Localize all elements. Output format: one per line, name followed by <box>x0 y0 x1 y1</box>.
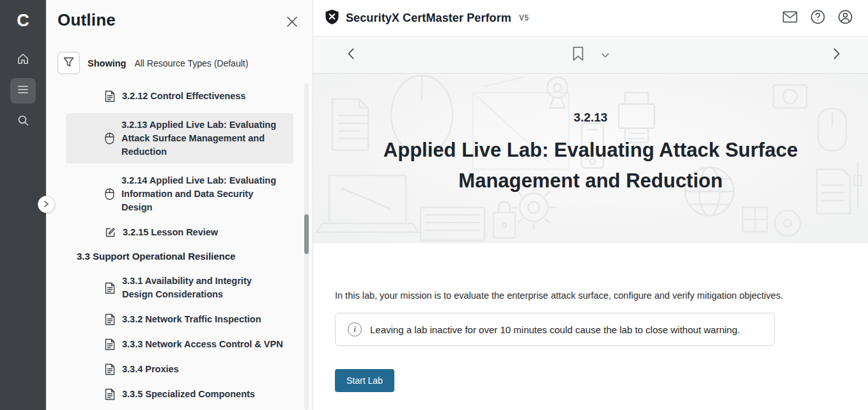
outline-scrollbar-thumb[interactable] <box>304 214 309 254</box>
outline-item[interactable]: 3.2.15 Lesson Review <box>66 225 293 240</box>
envelope-icon <box>782 11 798 26</box>
chevron-right-icon <box>43 199 49 210</box>
close-icon <box>286 19 298 30</box>
start-lab-button[interactable]: Start Lab <box>335 369 394 392</box>
document-icon <box>105 388 115 400</box>
lesson-title: Applied Live Lab: Evaluating Attack Surf… <box>364 135 818 196</box>
document-icon <box>105 90 115 102</box>
bookmark-menu-button[interactable] <box>601 49 610 61</box>
panel-expand-toggle[interactable] <box>38 196 55 213</box>
hamburger-menu-icon <box>17 84 29 97</box>
info-icon: i <box>348 322 362 336</box>
outline-item[interactable]: 3.3.2 Network Traffic Inspection <box>66 311 293 327</box>
lesson-banner: 3.2.13 Applied Live Lab: Evaluating Atta… <box>313 74 868 243</box>
chevron-down-icon <box>601 49 610 61</box>
product-version-badge: V5 <box>519 13 529 22</box>
product-title: SecurityX CertMaster Perform <box>346 12 511 25</box>
filter-funnel-icon <box>63 57 74 70</box>
filter-value-label: All Resource Types (Default) <box>134 58 248 68</box>
lesson-number: 3.2.13 <box>313 111 868 125</box>
outline-item[interactable]: 3.3.3 Network Access Control & VPN <box>66 336 293 352</box>
outline-panel-title: Outline <box>58 10 300 30</box>
question-circle-icon <box>810 10 825 27</box>
chevron-right-icon <box>833 47 841 63</box>
mouse-icon <box>105 132 114 145</box>
filter-button[interactable] <box>58 52 80 74</box>
outline-item[interactable]: 3.3.4 Proxies <box>66 361 293 377</box>
main-header: SecurityX CertMaster Perform V5 <box>313 0 868 36</box>
document-icon <box>105 363 115 375</box>
securityx-shield-icon <box>325 9 339 28</box>
outline-item[interactable]: 3.2.13 Applied Live Lab: Evaluating Atta… <box>66 113 293 164</box>
search-button[interactable] <box>10 109 36 134</box>
outline-panel: Outline Showing All Resource Types (Defa… <box>46 0 313 410</box>
home-button[interactable] <box>10 47 36 73</box>
document-icon <box>105 338 115 351</box>
app-window: C Outline Showing <box>0 0 868 410</box>
search-icon <box>17 114 29 129</box>
pencil-icon <box>105 227 116 238</box>
inactivity-notice-text: Leaving a lab inactive for over 10 minut… <box>370 324 740 335</box>
outline-menu-button[interactable] <box>10 78 36 104</box>
lesson-content: In this lab, your mission is to evaluate… <box>313 243 868 392</box>
outline-section-header[interactable]: 3.3 Support Operational Resilience <box>77 249 293 263</box>
bookmark-button[interactable] <box>572 46 584 64</box>
document-icon <box>105 313 115 326</box>
next-page-button[interactable] <box>827 45 846 65</box>
bookmark-icon <box>572 46 584 64</box>
mouse-icon <box>105 188 114 200</box>
outline-list: 3.2.12 Control Effectiveness 3.2.13 Appl… <box>46 88 313 410</box>
lesson-toolbar <box>313 36 868 74</box>
outline-item[interactable]: 3.3.5 Specialized Components <box>66 386 293 402</box>
outline-item[interactable]: 3.3.1 Availability and Integrity Design … <box>66 273 293 303</box>
inactivity-notice: i Leaving a lab inactive for over 10 min… <box>335 313 775 346</box>
messages-button[interactable] <box>782 10 798 26</box>
chevron-left-icon <box>347 47 355 63</box>
main-area: SecurityX CertMaster Perform V5 <box>313 0 868 410</box>
showing-label: Showing <box>88 58 126 68</box>
lesson-intro-text: In this lab, your mission is to evaluate… <box>335 290 842 301</box>
outline-item[interactable]: 3.2.14 Applied Live Lab: Evaluating Info… <box>66 173 293 216</box>
previous-page-button[interactable] <box>341 45 360 65</box>
user-circle-icon <box>838 10 853 27</box>
close-outline-button[interactable] <box>286 15 298 28</box>
comptia-logo: C <box>17 8 29 33</box>
home-icon <box>17 52 29 68</box>
help-button[interactable] <box>810 10 825 26</box>
document-icon <box>105 282 115 294</box>
outline-item[interactable]: 3.2.12 Control Effectiveness <box>66 88 293 104</box>
resource-filter-row: Showing All Resource Types (Default) <box>58 52 313 74</box>
account-button[interactable] <box>837 10 853 26</box>
